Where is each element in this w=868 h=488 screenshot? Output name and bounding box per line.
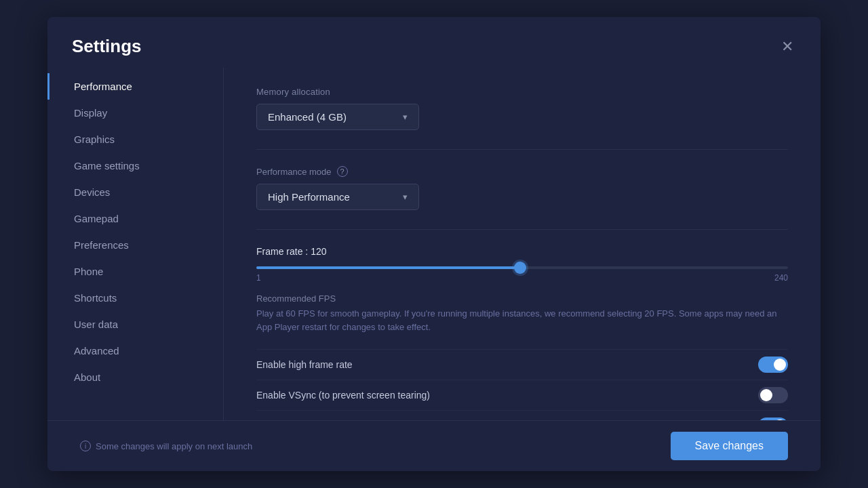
toggle-row-vsync: Enable VSync (to prevent screen tearing) <box>256 380 788 410</box>
sidebar-item-user-data[interactable]: User data <box>47 311 223 338</box>
fps-note-title: Recommended FPS <box>256 293 788 304</box>
slider-track <box>256 266 788 269</box>
frame-rate-prefix: Frame rate : <box>256 246 311 257</box>
perf-mode-text: Performance mode <box>256 167 332 177</box>
sidebar-item-preferences[interactable]: Preferences <box>47 232 223 258</box>
sidebar-item-about[interactable]: About <box>47 364 223 390</box>
sidebar-item-devices[interactable]: Devices <box>47 179 223 205</box>
modal-header: Settings ✕ <box>47 17 821 68</box>
footer-note-text: Some changes will apply on next launch <box>96 441 252 451</box>
modal-body: PerformanceDisplayGraphicsGame settingsD… <box>47 68 821 420</box>
help-icon[interactable]: ? <box>337 166 348 177</box>
slider-fill <box>256 266 520 269</box>
slider-range-labels: 1 240 <box>256 273 788 283</box>
memory-label: Memory allocation <box>256 87 788 97</box>
slider-max: 240 <box>774 273 788 283</box>
modal-footer: i Some changes will apply on next launch… <box>47 420 821 471</box>
sidebar-item-graphics[interactable]: Graphics <box>47 126 223 152</box>
frame-rate-slider-container <box>256 266 788 269</box>
divider-2 <box>256 229 788 230</box>
sidebar-item-performance[interactable]: Performance <box>47 73 223 100</box>
sidebar-item-phone[interactable]: Phone <box>47 258 223 285</box>
modal-title: Settings <box>72 36 142 57</box>
frame-rate-label: Frame rate : 120 <box>256 246 788 257</box>
main-content: Memory allocation Enhanced (4 GB) ▾ Perf… <box>224 68 821 420</box>
slider-thumb[interactable] <box>514 262 526 274</box>
footer-info-icon: i <box>80 441 91 451</box>
settings-modal: Settings ✕ PerformanceDisplayGraphicsGam… <box>47 17 821 471</box>
sidebar-item-advanced[interactable]: Advanced <box>47 338 223 364</box>
toggle-label-vsync: Enable VSync (to prevent screen tearing) <box>256 390 430 401</box>
footer-note: i Some changes will apply on next launch <box>80 441 252 451</box>
sidebar: PerformanceDisplayGraphicsGame settingsD… <box>47 68 224 420</box>
performance-mode-select[interactable]: High Performance ▾ <box>256 184 419 210</box>
sidebar-item-shortcuts[interactable]: Shortcuts <box>47 285 223 311</box>
sidebar-item-game-settings[interactable]: Game settings <box>47 152 223 179</box>
toggle-label-high-frame-rate: Enable high frame rate <box>256 359 353 370</box>
fps-note-text: Play at 60 FPS for smooth gameplay. If y… <box>256 307 788 334</box>
sidebar-item-gamepad[interactable]: Gamepad <box>47 205 223 232</box>
memory-select-value: Enhanced (4 GB) <box>268 111 347 123</box>
performance-mode-label: Performance mode ? <box>256 166 788 177</box>
sidebar-item-display[interactable]: Display <box>47 100 223 126</box>
toggle-switch-high-frame-rate[interactable] <box>758 357 788 373</box>
perf-mode-arrow: ▾ <box>403 192 408 202</box>
toggle-knob-display-fps <box>774 420 786 420</box>
toggle-row-display-fps: Display FPS during gameplay <box>256 410 788 420</box>
toggle-switch-vsync[interactable] <box>758 387 788 403</box>
divider-1 <box>256 149 788 150</box>
toggle-switch-display-fps[interactable] <box>758 418 788 420</box>
close-button[interactable]: ✕ <box>778 37 796 57</box>
perf-mode-value: High Performance <box>268 191 350 203</box>
save-button[interactable]: Save changes <box>671 432 788 460</box>
frame-rate-value: 120 <box>311 246 326 257</box>
memory-select[interactable]: Enhanced (4 GB) ▾ <box>256 104 419 130</box>
memory-select-arrow: ▾ <box>403 112 408 122</box>
toggle-row-high-frame-rate: Enable high frame rate <box>256 349 788 380</box>
toggle-knob-vsync <box>760 389 772 401</box>
slider-min: 1 <box>256 273 261 283</box>
toggle-knob-high-frame-rate <box>774 359 786 371</box>
toggles-container: Enable high frame rateEnable VSync (to p… <box>256 349 788 420</box>
